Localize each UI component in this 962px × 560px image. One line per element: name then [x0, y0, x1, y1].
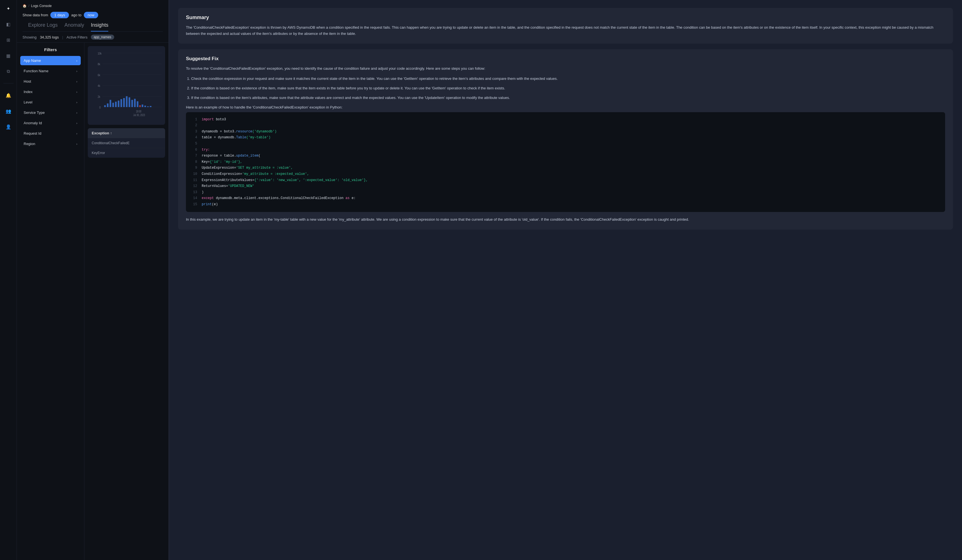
- chevron-icon: ›: [76, 69, 77, 73]
- code-line: 5: [192, 141, 939, 147]
- home-icon[interactable]: 🏠: [23, 4, 27, 8]
- code-line: 10 ConditionExpression='my_attribute = :…: [192, 171, 939, 177]
- line-number: 7: [192, 153, 197, 159]
- fix-intro: To resolve the 'ConditionalCheckFailedEx…: [186, 66, 945, 72]
- days-button[interactable]: 1 days: [50, 12, 69, 18]
- svg-text:0: 0: [99, 106, 101, 109]
- summary-text: The 'ConditionalCheckFailedException' ex…: [186, 24, 945, 37]
- line-number: 4: [192, 135, 197, 141]
- svg-text:4k: 4k: [98, 84, 100, 87]
- filter-item-index[interactable]: Index›: [20, 87, 81, 97]
- line-number: 6: [192, 147, 197, 153]
- filter-item-label: Anomaly Id: [24, 121, 42, 125]
- code-line: 7 response = table.update_item(: [192, 153, 939, 159]
- svg-rect-16: [115, 102, 117, 107]
- breadcrumb-current: Logs Console: [31, 4, 52, 8]
- filters-title: Filters: [20, 47, 81, 52]
- code-text: print(e): [202, 201, 218, 208]
- line-number: 1: [192, 117, 197, 123]
- left-panel: 🏠 / Logs Console Show data from 1 days a…: [17, 0, 169, 560]
- line-number: 15: [192, 201, 197, 208]
- svg-text:18:00: 18:00: [136, 110, 141, 113]
- code-text: except dynamodb.meta.client.exceptions.C…: [202, 195, 355, 201]
- log-count: 34,325 logs: [40, 35, 59, 39]
- svg-rect-14: [110, 100, 111, 107]
- filter-item-label: Host: [24, 79, 31, 84]
- filter-item-level[interactable]: Level›: [20, 98, 81, 107]
- summary-card: Summary The 'ConditionalCheckFailedExcep…: [178, 8, 953, 43]
- chart-area: 10k 8k 6k 4k 2k 0: [84, 43, 168, 560]
- filter-item-service-type[interactable]: Service Type›: [20, 108, 81, 117]
- summary-title: Summary: [186, 14, 945, 21]
- svg-rect-24: [137, 101, 139, 107]
- layers-icon[interactable]: ⧉: [3, 66, 13, 76]
- code-line: 9 UpdateExpression='SET my_attribute = :…: [192, 165, 939, 171]
- breadcrumb: 🏠 / Logs Console: [23, 4, 163, 8]
- code-line: 1import boto3: [192, 117, 939, 123]
- line-number: 5: [192, 141, 197, 147]
- filter-item-function-name[interactable]: Function Name›: [20, 66, 81, 76]
- code-text: ConditionExpression='my_attribute = :exp…: [202, 171, 309, 177]
- tabs: Explore Logs Anomaly Insights: [23, 22, 163, 32]
- code-text: [202, 141, 203, 147]
- svg-text:2k: 2k: [98, 95, 100, 98]
- tab-insights[interactable]: Insights: [91, 22, 108, 32]
- chevron-icon: ›: [76, 90, 77, 93]
- suggested-fix-title: Suggested Fix: [186, 56, 945, 61]
- exception-header[interactable]: Exception ↑: [88, 128, 165, 138]
- code-line: 3dynamodb = boto3.resource('dynamodb'): [192, 129, 939, 135]
- user-plus-icon[interactable]: 👤: [3, 122, 13, 132]
- code-intro: Here is an example of how to handle the …: [186, 105, 945, 109]
- svg-text:10k: 10k: [98, 52, 102, 55]
- filter-item-label: Region: [24, 142, 35, 146]
- svg-rect-15: [112, 103, 114, 107]
- filter-item-label: Index: [24, 90, 32, 94]
- svg-rect-23: [134, 99, 136, 107]
- active-filters-label: Active Filters: [67, 35, 87, 39]
- filter-item-host[interactable]: Host›: [20, 77, 81, 86]
- users-icon[interactable]: 👥: [3, 106, 13, 116]
- bell-icon[interactable]: 🔔: [3, 90, 13, 100]
- show-data-label: Show data from: [23, 13, 48, 17]
- svg-rect-28: [147, 106, 149, 107]
- fix-steps: 1. Check the condition expression in you…: [186, 76, 945, 101]
- tab-anomaly[interactable]: Anomaly: [65, 22, 84, 32]
- code-line: 12 ReturnValues='UPDATED_NEW': [192, 183, 939, 190]
- code-line: 15 print(e): [192, 201, 939, 208]
- svg-rect-27: [144, 106, 146, 107]
- now-button[interactable]: now: [84, 12, 98, 18]
- svg-rect-20: [126, 96, 128, 107]
- chart-icon[interactable]: ⊞: [3, 35, 13, 45]
- dashboard-icon[interactable]: ▦: [3, 51, 13, 61]
- fix-summary: In this example, we are trying to update…: [186, 216, 945, 223]
- svg-rect-18: [120, 99, 122, 107]
- filter-item-region[interactable]: Region›: [20, 139, 81, 148]
- header: 🏠 / Logs Console Show data from 1 days a…: [17, 0, 168, 32]
- code-text: ExpressionAttributeValues={':value': 'ne…: [202, 177, 368, 183]
- exception-row-2[interactable]: KeyError: [88, 148, 165, 158]
- suggested-fix-card: Suggested Fix To resolve the 'Conditiona…: [178, 49, 953, 229]
- svg-rect-12: [104, 105, 106, 107]
- exception-table: Exception ↑ ConditionalCheckFailedE KeyE…: [88, 128, 165, 158]
- code-text: table = dynamodb.Table('my-table'): [202, 135, 271, 141]
- filter-item-app-name[interactable]: App Name›: [20, 56, 81, 65]
- code-line: 8 Key={'id': 'my-id'},: [192, 159, 939, 165]
- filter-item-label: Service Type: [24, 111, 45, 115]
- line-number: 8: [192, 159, 197, 165]
- filter-chip[interactable]: app_names: [91, 35, 114, 40]
- filter-item-request-id[interactable]: Request Id›: [20, 129, 81, 138]
- document-icon[interactable]: ◧: [3, 19, 13, 29]
- exception-row-1[interactable]: ConditionalCheckFailedE: [88, 138, 165, 148]
- tab-explore-logs[interactable]: Explore Logs: [28, 22, 58, 32]
- code-text: try:: [202, 147, 210, 153]
- line-number: 3: [192, 129, 197, 135]
- right-panel: Summary The 'ConditionalCheckFailedExcep…: [169, 0, 962, 560]
- svg-text:8k: 8k: [98, 63, 100, 66]
- code-line: 6try:: [192, 147, 939, 153]
- sparkle-icon[interactable]: ✦: [3, 3, 13, 13]
- code-line: 2: [192, 122, 939, 129]
- filter-item-anomaly-id[interactable]: Anomaly Id›: [20, 118, 81, 128]
- content-area: Filters App Name›Function Name›Host›Inde…: [17, 43, 168, 560]
- code-line: 14except dynamodb.meta.client.exceptions…: [192, 195, 939, 201]
- filters-panel: Filters App Name›Function Name›Host›Inde…: [17, 43, 84, 560]
